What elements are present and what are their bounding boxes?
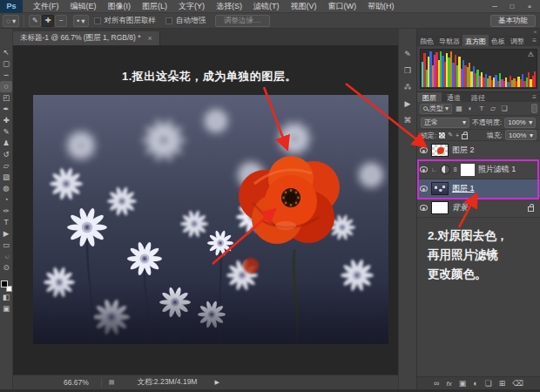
layer-thumbnail[interactable] bbox=[431, 201, 449, 214]
foreground-color-swatch[interactable] bbox=[1, 280, 8, 287]
marquee-tool[interactable]: ▢ bbox=[0, 58, 12, 70]
visibility-eye-icon[interactable] bbox=[420, 186, 428, 192]
clone-source-panel-icon[interactable]: ❐ bbox=[404, 66, 411, 75]
move-tool[interactable]: ↖ bbox=[0, 47, 12, 58]
tab-paths[interactable]: 路径 bbox=[466, 92, 490, 102]
menu-file[interactable]: 文件(F) bbox=[33, 1, 59, 12]
crop-tool[interactable]: ◰ bbox=[0, 92, 12, 104]
layer-thumbnail[interactable] bbox=[431, 182, 449, 195]
blend-mode-select[interactable]: 正常 ▾ bbox=[421, 118, 469, 128]
refine-edge-button[interactable]: 调整边缘… bbox=[215, 15, 270, 27]
quick-mask-button[interactable]: ◧ bbox=[0, 292, 12, 303]
eraser-tool[interactable]: ▱ bbox=[0, 160, 12, 172]
selection-new-button[interactable]: ✎ bbox=[29, 15, 41, 27]
layer-row-background[interactable]: 背景 bbox=[417, 199, 540, 218]
lasso-tool[interactable]: ∽ bbox=[0, 70, 12, 81]
menu-view[interactable]: 视图(V) bbox=[291, 1, 317, 12]
brush-panel-icon[interactable]: ✎ bbox=[404, 50, 411, 58]
filter-shape-layers-icon[interactable]: ▱ bbox=[489, 105, 497, 112]
layer-row-photo-filter[interactable]: ∟ 8 照片滤镜 1 bbox=[417, 160, 540, 179]
menu-type[interactable]: 文字(Y) bbox=[179, 1, 205, 12]
tab-adjustments[interactable]: 调整 bbox=[508, 35, 527, 46]
eyedropper-tool[interactable]: ✒ bbox=[0, 104, 12, 115]
filter-type-layers-icon[interactable]: T bbox=[477, 105, 486, 112]
blur-tool[interactable]: ◍ bbox=[0, 183, 12, 194]
visibility-eye-icon[interactable] bbox=[420, 147, 428, 153]
mask-link-icon[interactable]: 8 bbox=[454, 166, 457, 172]
menu-image[interactable]: 图像(I) bbox=[108, 1, 132, 12]
fill-select[interactable]: 100% ▾ bbox=[505, 130, 537, 140]
screen-mode-button[interactable]: ▣ bbox=[0, 303, 12, 314]
tool-presets-panel-icon[interactable]: ⌘ bbox=[404, 116, 412, 125]
history-brush-tool[interactable]: ↺ bbox=[0, 149, 12, 160]
tool-preset-picker[interactable]: ◌ ▾ bbox=[3, 15, 19, 27]
shape-tool[interactable]: ▭ bbox=[0, 240, 12, 251]
layer-row-layer1[interactable]: 图层 1 bbox=[417, 179, 540, 199]
filter-pixel-layers-icon[interactable]: ▦ bbox=[455, 105, 463, 112]
hand-tool[interactable]: ☜ bbox=[0, 251, 12, 262]
dodge-tool[interactable]: ◔ bbox=[0, 194, 12, 206]
lock-all-icon[interactable] bbox=[462, 134, 468, 139]
sample-all-layers-checkbox[interactable]: 对所有图层取样 bbox=[94, 16, 157, 26]
canvas[interactable]: 1.抠出这朵花，成为单独的图层。 bbox=[13, 45, 398, 375]
brush-size-picker[interactable]: • ▾ bbox=[73, 15, 88, 27]
menu-filter[interactable]: 滤镜(T) bbox=[253, 1, 280, 12]
tab-navigator[interactable]: 导航器 bbox=[436, 35, 462, 46]
layer-name[interactable]: 照片滤镜 1 bbox=[478, 164, 516, 175]
layer-name[interactable]: 背景 bbox=[452, 202, 468, 213]
maximize-button[interactable]: □ bbox=[505, 3, 519, 10]
filter-type-select[interactable]: 类型 ▾ bbox=[420, 104, 452, 114]
color-swatches[interactable] bbox=[1, 280, 12, 292]
menu-window[interactable]: 窗口(W) bbox=[328, 1, 357, 12]
panel-collapse-strip[interactable]: » bbox=[417, 29, 540, 35]
pen-tool[interactable]: ✑ bbox=[0, 206, 12, 217]
menu-help[interactable]: 帮助(H) bbox=[368, 1, 395, 12]
visibility-eye-icon[interactable] bbox=[420, 205, 428, 211]
selection-subtract-button[interactable]: − bbox=[55, 15, 67, 27]
opacity-select[interactable]: 100% ▾ bbox=[504, 118, 536, 128]
lock-transparency-icon[interactable] bbox=[439, 132, 445, 139]
quick-selection-tool[interactable]: ◌ bbox=[0, 81, 12, 92]
tab-layers[interactable]: 图层 bbox=[417, 92, 442, 102]
layer-thumbnail[interactable] bbox=[431, 144, 449, 157]
layer-name[interactable]: 图层 1 bbox=[452, 183, 475, 194]
new-layer-icon[interactable]: ⊞ bbox=[499, 379, 506, 388]
document-close-icon[interactable]: × bbox=[148, 34, 152, 43]
new-group-icon[interactable]: ❏ bbox=[485, 379, 492, 388]
type-tool[interactable]: T bbox=[0, 217, 12, 228]
healing-brush-tool[interactable]: ✚ bbox=[0, 115, 12, 126]
filter-adjustment-layers-icon[interactable]: ◐ bbox=[466, 105, 475, 112]
layers-menu-icon[interactable]: ≡ bbox=[529, 92, 540, 102]
tab-color[interactable]: 颜色 bbox=[417, 35, 436, 46]
close-button[interactable]: × bbox=[523, 3, 537, 10]
actions-panel-icon[interactable]: ▶ bbox=[405, 99, 411, 108]
menu-select[interactable]: 选择(S) bbox=[216, 1, 242, 12]
clone-stamp-tool[interactable]: ♟ bbox=[0, 138, 12, 149]
tab-channels[interactable]: 通道 bbox=[442, 92, 466, 102]
tab-swatches[interactable]: 色板 bbox=[489, 35, 508, 46]
path-selection-tool[interactable]: ▶ bbox=[0, 228, 12, 240]
add-mask-icon[interactable]: ▣ bbox=[459, 379, 467, 388]
panel-menu-icon[interactable]: ≡ bbox=[529, 35, 540, 46]
workspace-switcher[interactable]: 基本功能 bbox=[490, 15, 536, 27]
filter-smart-objects-icon[interactable]: ❏ bbox=[500, 105, 509, 112]
document-tab[interactable]: 未标题-1 @ 66.7% (图层 1, RGB/8) * × bbox=[13, 31, 160, 45]
lock-position-icon[interactable]: + bbox=[456, 132, 459, 139]
tab-histogram[interactable]: 直方图 bbox=[462, 35, 489, 46]
auto-enhance-checkbox[interactable]: 自动增强 bbox=[165, 16, 206, 26]
new-adjustment-layer-icon[interactable]: ◐ bbox=[473, 379, 477, 388]
histogram-warning-icon[interactable]: ⚠ bbox=[528, 51, 534, 58]
zoom-level-field[interactable]: 66.67% bbox=[64, 378, 89, 387]
lock-image-icon[interactable]: ✎ bbox=[448, 132, 453, 139]
brush-presets-panel-icon[interactable]: ⁂ bbox=[404, 83, 412, 91]
selection-add-button[interactable]: ✚ bbox=[42, 15, 54, 27]
zoom-tool[interactable]: ⊙ bbox=[0, 262, 12, 274]
filter-toggle-switch[interactable] bbox=[531, 104, 537, 113]
layer-row-layer2[interactable]: 图层 2 bbox=[417, 141, 540, 160]
layer-mask-thumbnail[interactable] bbox=[461, 164, 475, 176]
menu-edit[interactable]: 编辑(E) bbox=[71, 1, 97, 12]
menu-layer[interactable]: 图层(L) bbox=[142, 1, 167, 12]
visibility-eye-icon[interactable] bbox=[420, 166, 428, 172]
link-layers-icon[interactable]: ∞ bbox=[434, 379, 439, 388]
layer-style-icon[interactable]: fx bbox=[446, 380, 451, 388]
